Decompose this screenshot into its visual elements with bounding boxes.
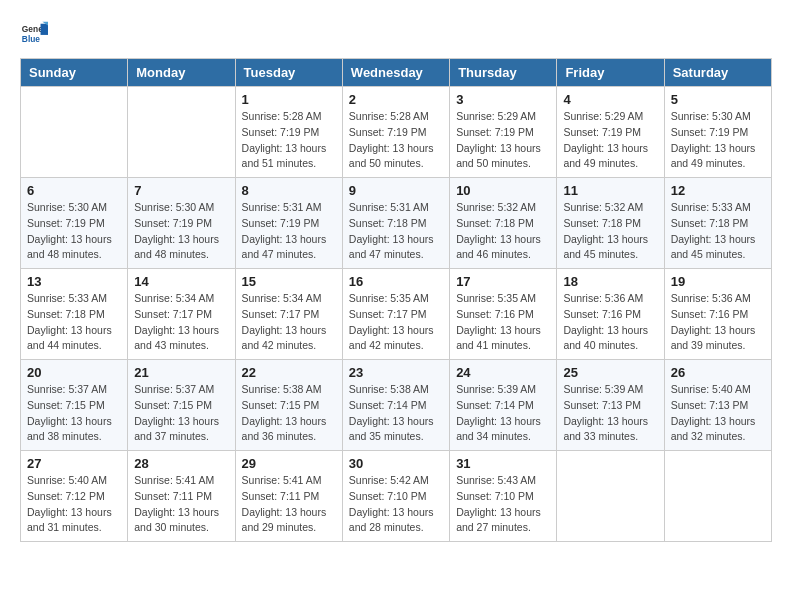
weekday-header-wednesday: Wednesday xyxy=(342,59,449,87)
day-info: Sunrise: 5:30 AMSunset: 7:19 PMDaylight:… xyxy=(27,200,121,263)
day-info: Sunrise: 5:30 AMSunset: 7:19 PMDaylight:… xyxy=(671,109,765,172)
day-info: Sunrise: 5:28 AMSunset: 7:19 PMDaylight:… xyxy=(242,109,336,172)
calendar-cell: 16Sunrise: 5:35 AMSunset: 7:17 PMDayligh… xyxy=(342,269,449,360)
weekday-header-thursday: Thursday xyxy=(450,59,557,87)
calendar-week-3: 13Sunrise: 5:33 AMSunset: 7:18 PMDayligh… xyxy=(21,269,772,360)
calendar-week-4: 20Sunrise: 5:37 AMSunset: 7:15 PMDayligh… xyxy=(21,360,772,451)
svg-text:Blue: Blue xyxy=(22,34,40,44)
calendar-cell: 2Sunrise: 5:28 AMSunset: 7:19 PMDaylight… xyxy=(342,87,449,178)
day-number: 3 xyxy=(456,92,550,107)
calendar-cell: 9Sunrise: 5:31 AMSunset: 7:18 PMDaylight… xyxy=(342,178,449,269)
day-info: Sunrise: 5:35 AMSunset: 7:17 PMDaylight:… xyxy=(349,291,443,354)
day-number: 25 xyxy=(563,365,657,380)
calendar-cell: 11Sunrise: 5:32 AMSunset: 7:18 PMDayligh… xyxy=(557,178,664,269)
day-info: Sunrise: 5:41 AMSunset: 7:11 PMDaylight:… xyxy=(242,473,336,536)
weekday-header-row: SundayMondayTuesdayWednesdayThursdayFrid… xyxy=(21,59,772,87)
day-number: 23 xyxy=(349,365,443,380)
day-info: Sunrise: 5:33 AMSunset: 7:18 PMDaylight:… xyxy=(27,291,121,354)
day-number: 9 xyxy=(349,183,443,198)
calendar-cell: 29Sunrise: 5:41 AMSunset: 7:11 PMDayligh… xyxy=(235,451,342,542)
day-info: Sunrise: 5:36 AMSunset: 7:16 PMDaylight:… xyxy=(671,291,765,354)
svg-marker-3 xyxy=(41,24,48,35)
day-number: 4 xyxy=(563,92,657,107)
logo: General Blue xyxy=(20,20,52,48)
day-info: Sunrise: 5:33 AMSunset: 7:18 PMDaylight:… xyxy=(671,200,765,263)
day-info: Sunrise: 5:29 AMSunset: 7:19 PMDaylight:… xyxy=(456,109,550,172)
day-info: Sunrise: 5:35 AMSunset: 7:16 PMDaylight:… xyxy=(456,291,550,354)
calendar-cell: 23Sunrise: 5:38 AMSunset: 7:14 PMDayligh… xyxy=(342,360,449,451)
calendar-cell: 13Sunrise: 5:33 AMSunset: 7:18 PMDayligh… xyxy=(21,269,128,360)
calendar-cell: 10Sunrise: 5:32 AMSunset: 7:18 PMDayligh… xyxy=(450,178,557,269)
calendar-cell: 14Sunrise: 5:34 AMSunset: 7:17 PMDayligh… xyxy=(128,269,235,360)
calendar-cell: 8Sunrise: 5:31 AMSunset: 7:19 PMDaylight… xyxy=(235,178,342,269)
calendar-cell xyxy=(664,451,771,542)
day-info: Sunrise: 5:40 AMSunset: 7:13 PMDaylight:… xyxy=(671,382,765,445)
day-number: 18 xyxy=(563,274,657,289)
calendar-cell: 19Sunrise: 5:36 AMSunset: 7:16 PMDayligh… xyxy=(664,269,771,360)
calendar-cell: 20Sunrise: 5:37 AMSunset: 7:15 PMDayligh… xyxy=(21,360,128,451)
calendar-cell: 18Sunrise: 5:36 AMSunset: 7:16 PMDayligh… xyxy=(557,269,664,360)
weekday-header-monday: Monday xyxy=(128,59,235,87)
calendar-week-2: 6Sunrise: 5:30 AMSunset: 7:19 PMDaylight… xyxy=(21,178,772,269)
calendar-cell: 3Sunrise: 5:29 AMSunset: 7:19 PMDaylight… xyxy=(450,87,557,178)
weekday-header-saturday: Saturday xyxy=(664,59,771,87)
calendar-table: SundayMondayTuesdayWednesdayThursdayFrid… xyxy=(20,58,772,542)
day-number: 11 xyxy=(563,183,657,198)
day-number: 20 xyxy=(27,365,121,380)
calendar-cell: 4Sunrise: 5:29 AMSunset: 7:19 PMDaylight… xyxy=(557,87,664,178)
day-info: Sunrise: 5:39 AMSunset: 7:14 PMDaylight:… xyxy=(456,382,550,445)
calendar-cell xyxy=(21,87,128,178)
day-info: Sunrise: 5:30 AMSunset: 7:19 PMDaylight:… xyxy=(134,200,228,263)
day-number: 29 xyxy=(242,456,336,471)
calendar-cell: 25Sunrise: 5:39 AMSunset: 7:13 PMDayligh… xyxy=(557,360,664,451)
day-info: Sunrise: 5:41 AMSunset: 7:11 PMDaylight:… xyxy=(134,473,228,536)
day-number: 31 xyxy=(456,456,550,471)
day-number: 12 xyxy=(671,183,765,198)
day-number: 2 xyxy=(349,92,443,107)
day-number: 24 xyxy=(456,365,550,380)
day-info: Sunrise: 5:36 AMSunset: 7:16 PMDaylight:… xyxy=(563,291,657,354)
day-number: 16 xyxy=(349,274,443,289)
day-info: Sunrise: 5:43 AMSunset: 7:10 PMDaylight:… xyxy=(456,473,550,536)
day-info: Sunrise: 5:37 AMSunset: 7:15 PMDaylight:… xyxy=(134,382,228,445)
page-header: General Blue xyxy=(20,20,772,48)
calendar-cell: 15Sunrise: 5:34 AMSunset: 7:17 PMDayligh… xyxy=(235,269,342,360)
calendar-cell: 21Sunrise: 5:37 AMSunset: 7:15 PMDayligh… xyxy=(128,360,235,451)
day-number: 10 xyxy=(456,183,550,198)
weekday-header-tuesday: Tuesday xyxy=(235,59,342,87)
day-info: Sunrise: 5:40 AMSunset: 7:12 PMDaylight:… xyxy=(27,473,121,536)
calendar-cell: 26Sunrise: 5:40 AMSunset: 7:13 PMDayligh… xyxy=(664,360,771,451)
day-number: 13 xyxy=(27,274,121,289)
day-number: 27 xyxy=(27,456,121,471)
logo-icon: General Blue xyxy=(20,20,48,48)
calendar-cell: 6Sunrise: 5:30 AMSunset: 7:19 PMDaylight… xyxy=(21,178,128,269)
day-number: 5 xyxy=(671,92,765,107)
weekday-header-sunday: Sunday xyxy=(21,59,128,87)
day-number: 8 xyxy=(242,183,336,198)
day-info: Sunrise: 5:34 AMSunset: 7:17 PMDaylight:… xyxy=(242,291,336,354)
weekday-header-friday: Friday xyxy=(557,59,664,87)
day-info: Sunrise: 5:31 AMSunset: 7:19 PMDaylight:… xyxy=(242,200,336,263)
calendar-cell: 24Sunrise: 5:39 AMSunset: 7:14 PMDayligh… xyxy=(450,360,557,451)
day-info: Sunrise: 5:31 AMSunset: 7:18 PMDaylight:… xyxy=(349,200,443,263)
day-number: 21 xyxy=(134,365,228,380)
calendar-cell: 5Sunrise: 5:30 AMSunset: 7:19 PMDaylight… xyxy=(664,87,771,178)
day-info: Sunrise: 5:32 AMSunset: 7:18 PMDaylight:… xyxy=(456,200,550,263)
day-info: Sunrise: 5:29 AMSunset: 7:19 PMDaylight:… xyxy=(563,109,657,172)
day-number: 28 xyxy=(134,456,228,471)
calendar-cell: 31Sunrise: 5:43 AMSunset: 7:10 PMDayligh… xyxy=(450,451,557,542)
calendar-cell: 27Sunrise: 5:40 AMSunset: 7:12 PMDayligh… xyxy=(21,451,128,542)
calendar-cell: 17Sunrise: 5:35 AMSunset: 7:16 PMDayligh… xyxy=(450,269,557,360)
calendar-cell: 30Sunrise: 5:42 AMSunset: 7:10 PMDayligh… xyxy=(342,451,449,542)
calendar-cell: 1Sunrise: 5:28 AMSunset: 7:19 PMDaylight… xyxy=(235,87,342,178)
day-info: Sunrise: 5:32 AMSunset: 7:18 PMDaylight:… xyxy=(563,200,657,263)
day-number: 6 xyxy=(27,183,121,198)
calendar-week-5: 27Sunrise: 5:40 AMSunset: 7:12 PMDayligh… xyxy=(21,451,772,542)
day-info: Sunrise: 5:37 AMSunset: 7:15 PMDaylight:… xyxy=(27,382,121,445)
day-number: 15 xyxy=(242,274,336,289)
calendar-cell: 7Sunrise: 5:30 AMSunset: 7:19 PMDaylight… xyxy=(128,178,235,269)
calendar-cell xyxy=(128,87,235,178)
day-number: 22 xyxy=(242,365,336,380)
calendar-cell: 28Sunrise: 5:41 AMSunset: 7:11 PMDayligh… xyxy=(128,451,235,542)
day-info: Sunrise: 5:38 AMSunset: 7:14 PMDaylight:… xyxy=(349,382,443,445)
